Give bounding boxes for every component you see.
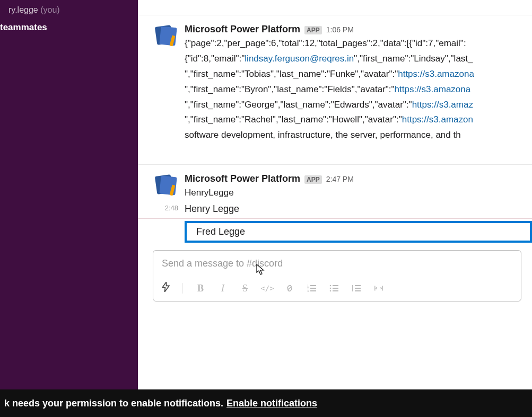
message-continuation: 2:48 Henry Legge [138,202,532,218]
app-avatar[interactable] [155,24,178,47]
toolbar-divider [182,283,183,294]
bold-icon[interactable]: B [196,283,205,293]
url-link[interactable]: https://s3.amazon [402,114,473,125]
bullet-list-icon[interactable] [329,283,339,293]
message-time-small: 2:48 [159,202,178,212]
notification-bar: k needs your permission to enable notifi… [0,389,532,417]
message-text: ","first_name":"Lindsay","last_ [354,54,473,64]
message-text: software development, infrastructure, th… [185,130,461,140]
sidebar-teammates-label[interactable]: teammates [0,16,138,34]
message-text: ","first_name":"Byron","last_name":"Fiel… [185,84,395,94]
sidebar: ry.legge (you) teammates [0,0,138,389]
sender-name[interactable]: Microsoft Power Platform [185,173,300,184]
highlighted-text: Fred Legge [196,226,245,237]
message-text: ","first_name":"Tobias","last_name":"Fun… [185,69,398,79]
app-avatar[interactable] [155,173,178,197]
url-link[interactable]: https://s3.amaz [412,100,473,110]
message-input[interactable] [153,251,521,277]
composer-toolbar: B I S </> 123 [153,277,521,301]
message-body: {"page":2,"per_page":6,"total":12,"total… [185,36,521,143]
ordered-list-icon[interactable]: 123 [307,283,317,293]
message-time: 1:06 PM [326,25,354,34]
message-block: Microsoft Power Platform APP 2:47 PM Hen… [138,165,532,202]
highlighted-message[interactable]: Fred Legge [185,221,532,243]
blockquote-icon[interactable] [352,283,361,293]
message-text: Henry Legge [185,202,239,216]
sidebar-user-name: ry.legge [8,5,38,14]
svg-point-11 [330,290,332,292]
message-body: HenryLegge [185,185,521,201]
svg-text:3: 3 [307,289,309,292]
email-link[interactable]: lindsay.ferguson@reqres.in [245,54,354,64]
sender-name[interactable]: Microsoft Power Platform [185,24,300,35]
sidebar-item-user[interactable]: ry.legge (you) [0,4,138,16]
url-link[interactable]: https://s3.amazona [398,69,474,79]
message-header: Microsoft Power Platform APP 1:06 PM [185,24,521,35]
lightning-icon[interactable] [162,282,170,295]
app-badge: APP [304,175,322,184]
message-composer[interactable]: B I S </> 123 [153,250,521,301]
code-block-icon[interactable] [374,283,383,293]
divider [138,218,532,219]
notification-text: k needs your permission to enable notifi… [4,398,223,409]
url-link[interactable]: https://s3.amazona [395,84,471,94]
message-block: Microsoft Power Platform APP 1:06 PM {"p… [138,15,532,152]
message-text: ","first_name":"George","last_name":"Edw… [185,100,412,110]
strikethrough-icon[interactable]: S [240,283,250,293]
sidebar-user-you: (you) [40,5,59,14]
svg-point-10 [330,288,332,289]
app-badge: APP [304,26,322,34]
enable-notifications-link[interactable]: Enable notifications [226,398,317,409]
message-text: ","first_name":"Rachel","last_name":"How… [185,114,402,125]
link-icon[interactable] [285,283,294,293]
main-content: Microsoft Power Platform APP 1:06 PM {"p… [138,0,532,389]
message-time: 2:47 PM [326,175,354,183]
italic-icon[interactable]: I [218,283,228,293]
message-text: {"id":8,"email":" [185,54,245,64]
svg-point-9 [330,285,332,287]
message-header: Microsoft Power Platform APP 2:47 PM [185,173,521,184]
message-text: {"page":2,"per_page":6,"total":12,"total… [185,38,466,48]
code-icon[interactable]: </> [263,283,272,293]
